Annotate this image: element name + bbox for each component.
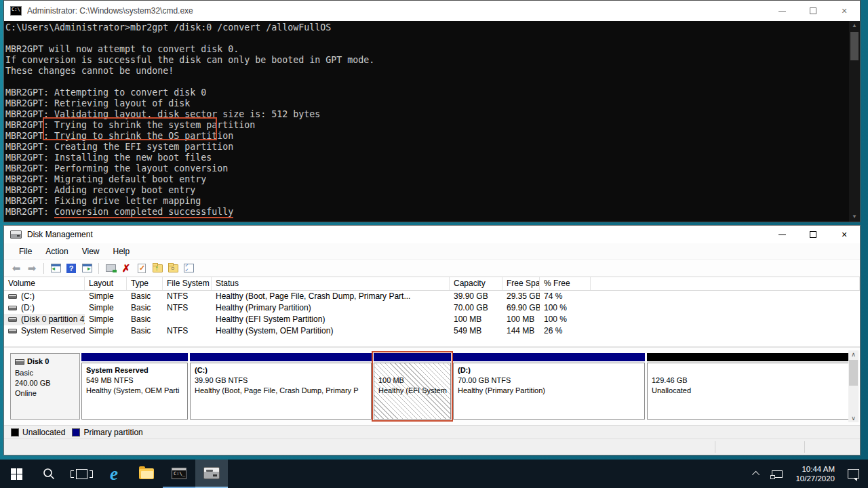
column-header[interactable]: Layout [85, 277, 127, 290]
partition-block[interactable]: (C:)39.90 GB NTFSHealthy (Boot, Page Fil… [190, 353, 372, 420]
cmd-line-message: Performing the layout conversion [54, 163, 228, 174]
cmd-maximize-button[interactable] [797, 1, 829, 21]
cmd-vertical-scrollbar[interactable]: ▲ ▼ [849, 21, 860, 222]
forward-arrow-button[interactable]: ➡ [25, 262, 39, 274]
menu-bar: FileActionViewHelp [4, 243, 860, 260]
cmd-window-title: Administrator: C:\Windows\system32\cmd.e… [27, 6, 766, 16]
menu-item-action[interactable]: Action [39, 245, 75, 258]
column-header[interactable]: % Free [540, 277, 591, 290]
folder-search-icon [168, 264, 178, 272]
legend-label: Primary partition [83, 428, 142, 437]
check-document-button[interactable] [135, 262, 149, 274]
disk0-label-panel[interactable]: Disk 0 Basic 240.00 GB Online [10, 353, 80, 420]
disk-management-titlebar[interactable]: Disk Management × [4, 226, 860, 243]
console-tree-button[interactable] [49, 262, 62, 274]
back-arrow-button[interactable]: ⬅ [9, 262, 23, 274]
cmd-scrollbar-thumb[interactable] [850, 32, 859, 60]
graph-vertical-scrollbar[interactable]: ∧ ∨ [848, 350, 859, 422]
scroll-up-icon[interactable]: ∧ [851, 350, 856, 359]
cell-status: Healthy (Boot, Page File, Crash Dump, Pr… [212, 291, 450, 302]
cell-capacity: 70.00 GB [450, 302, 502, 314]
partition-unallocated[interactable]: 129.46 GBUnallocated [647, 353, 850, 420]
command-prompt-taskbar-button[interactable] [163, 460, 195, 488]
cmd-line-message: MBR2GPT will now attempt to convert disk… [5, 44, 239, 54]
task-view-button[interactable] [65, 460, 98, 488]
graph-scrollbar-thumb[interactable] [849, 360, 858, 386]
action-pane-icon [82, 264, 92, 272]
cell-free: 29.35 GB [502, 291, 540, 302]
cell-layout: Simple [85, 291, 127, 302]
scroll-down-icon[interactable]: ▼ [852, 212, 857, 222]
help-button[interactable]: ? [64, 262, 78, 274]
action-pane-button[interactable] [80, 262, 94, 274]
partition-size: 129.46 GB [652, 375, 845, 386]
internet-explorer-button[interactable]: e [98, 460, 130, 488]
check-document-icon [138, 264, 146, 273]
menu-item-help[interactable]: Help [106, 245, 137, 258]
cmd-close-button[interactable]: × [829, 1, 860, 21]
start-button[interactable] [0, 460, 33, 488]
column-header[interactable]: File System [163, 277, 212, 290]
action-center-button[interactable] [843, 460, 864, 488]
partition-block[interactable]: 100 MBHealthy (EFI System [374, 353, 451, 420]
column-header[interactable]: Volume [4, 277, 85, 290]
checklist-button[interactable] [182, 262, 195, 274]
cmd-line-message: Fixing drive letter mapping [54, 196, 201, 206]
toolbar: ⬅➡?✗ [4, 260, 860, 277]
delete-button[interactable]: ✗ [119, 262, 133, 274]
table-row[interactable]: (D:)SimpleBasicNTFSHealthy (Primary Part… [4, 302, 860, 314]
volume-name: (C:) [21, 291, 35, 301]
cell-type: Basic [127, 314, 163, 325]
properties-screen-button[interactable] [104, 262, 117, 274]
folder-up-button[interactable] [151, 262, 164, 274]
menu-item-file[interactable]: File [12, 245, 39, 258]
cmd-output-area[interactable]: C:\Users\Administrator>mbr2gpt /disk:0 /… [4, 21, 860, 222]
cell-pct: 100 % [540, 302, 591, 314]
search-button[interactable] [33, 460, 65, 488]
clock-time: 10:44 AM [795, 464, 835, 474]
properties-screen-icon [106, 264, 116, 272]
column-header[interactable]: Status [212, 277, 450, 290]
disk-management-icon [203, 467, 220, 479]
cmd-output-text: C:\Users\Administrator>mbr2gpt /disk:0 /… [5, 22, 848, 222]
cmd-output-line: If conversion is successful the disk can… [5, 55, 848, 66]
clock[interactable]: 10:44 AM 10/27/2020 [790, 460, 840, 488]
cell-free: 144 MB [502, 325, 540, 337]
tray-chevron-button[interactable] [749, 460, 764, 488]
network-button[interactable] [767, 460, 787, 488]
partition-block[interactable]: System Reserved549 MB NTFSHealthy (Syste… [81, 353, 188, 420]
internet-explorer-icon: e [110, 465, 118, 483]
cmd-output-line: MBR2GPT: Trying to shrink the system par… [5, 120, 848, 131]
folder-search-button[interactable] [166, 262, 180, 274]
partition-block[interactable]: (D:)70.00 GB NTFSHealthy (Primary Partit… [453, 353, 645, 420]
cmd-line-prefix: MBR2GPT: [5, 120, 54, 130]
menu-item-view[interactable]: View [75, 245, 106, 258]
dm-maximize-button[interactable] [797, 226, 829, 243]
scroll-down-icon[interactable]: ∨ [851, 414, 856, 422]
dm-minimize-button[interactable] [766, 226, 797, 243]
table-row[interactable]: (C:)SimpleBasicNTFSHealthy (Boot, Page F… [4, 291, 860, 302]
dm-close-button[interactable]: × [829, 226, 860, 243]
volume-table-body: (C:)SimpleBasicNTFSHealthy (Boot, Page F… [4, 291, 860, 337]
scroll-up-icon[interactable]: ▲ [852, 21, 857, 30]
cmd-minimize-button[interactable] [766, 1, 797, 21]
volume-list-pane: VolumeLayoutTypeFile SystemStatusCapacit… [4, 277, 860, 348]
disk-management-taskbar-button[interactable] [195, 460, 228, 488]
table-row[interactable]: System ReservedSimpleBasicNTFSHealthy (S… [4, 325, 860, 337]
column-header[interactable]: Capacity [450, 277, 502, 290]
cmd-window: Administrator: C:\Windows\system32\cmd.e… [3, 0, 861, 222]
table-row[interactable]: (Disk 0 partition 4)SimpleBasicHealthy (… [4, 314, 860, 325]
column-header[interactable]: Free Spa... [502, 277, 540, 290]
network-icon [772, 470, 783, 478]
search-icon [42, 467, 56, 481]
disk-management-app-icon [10, 230, 22, 239]
partition-body: 100 MBHealthy (EFI System [374, 363, 451, 420]
cmd-output-line: C:\Users\Administrator>mbr2gpt /disk:0 /… [5, 22, 848, 33]
file-explorer-button[interactable] [130, 460, 163, 488]
cell-layout: Simple [85, 325, 127, 337]
toolbar-separator [43, 263, 44, 274]
column-header[interactable]: Type [127, 277, 163, 290]
column-header[interactable] [591, 277, 860, 290]
cmd-titlebar[interactable]: Administrator: C:\Windows\system32\cmd.e… [4, 1, 860, 21]
cell-capacity: 39.90 GB [450, 291, 502, 302]
